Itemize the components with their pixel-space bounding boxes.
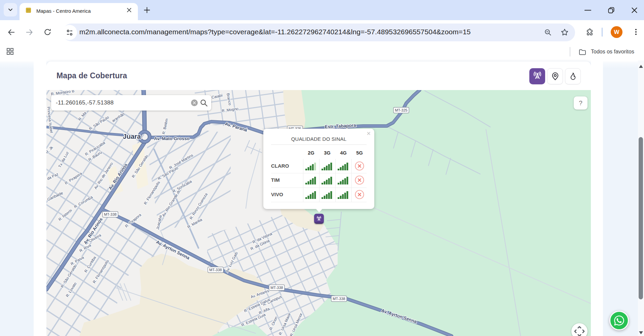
svg-text:MT-338: MT-338 <box>270 286 283 290</box>
svg-text:Av. Mato Grosso: Av. Mato Grosso <box>154 136 190 141</box>
svg-text:MT-338: MT-338 <box>333 297 345 301</box>
svg-text:MT-338: MT-338 <box>104 212 116 216</box>
svg-text:Juara: Juara <box>123 133 141 140</box>
svg-text:MT-325: MT-325 <box>395 108 407 112</box>
svg-text:MT-338: MT-338 <box>209 268 222 272</box>
